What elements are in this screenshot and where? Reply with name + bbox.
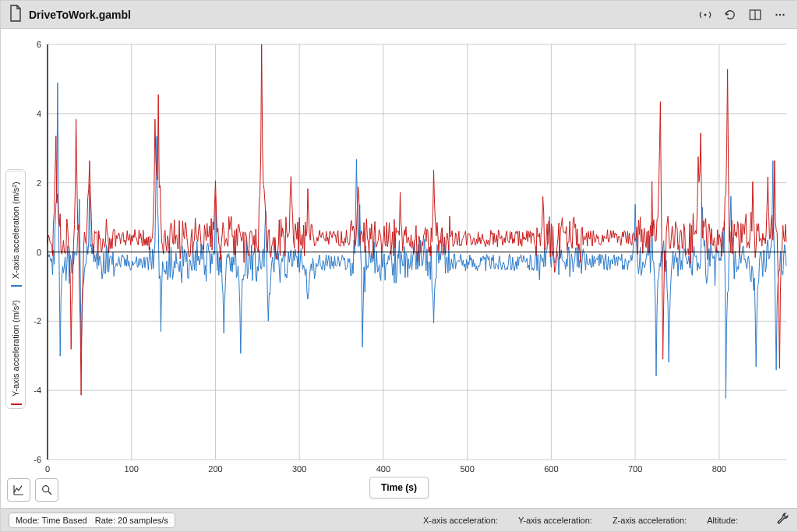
svg-text:4: 4 xyxy=(37,109,41,118)
readouts: X-axis acceleration: Y-axis acceleration… xyxy=(423,516,738,525)
legend-item-y[interactable]: Y-axis acceleration (m/s²) xyxy=(8,290,23,407)
svg-text:100: 100 xyxy=(125,464,139,474)
svg-text:800: 800 xyxy=(712,464,726,474)
svg-text:200: 200 xyxy=(208,464,222,474)
svg-line-41 xyxy=(48,491,51,495)
svg-text:2: 2 xyxy=(37,178,41,188)
legend-swatch-y xyxy=(11,403,22,405)
settings-wrench-icon[interactable] xyxy=(775,512,789,528)
legend-swatch-x xyxy=(11,285,22,287)
refresh-icon[interactable] xyxy=(721,5,740,24)
title-bar: DriveToWork.gambl xyxy=(1,1,797,29)
svg-text:-6: -6 xyxy=(34,455,41,464)
readout-x: X-axis acceleration: xyxy=(423,516,498,525)
svg-point-4 xyxy=(779,13,781,15)
more-icon[interactable] xyxy=(771,5,789,24)
svg-text:0: 0 xyxy=(37,248,41,257)
svg-point-0 xyxy=(704,13,707,16)
y-axis-legend[interactable]: X-axis acceleration (m/s²) Y-axis accele… xyxy=(5,169,26,409)
svg-text:6: 6 xyxy=(37,40,41,49)
svg-text:600: 600 xyxy=(544,464,558,474)
document-title: DriveToWork.gambl xyxy=(29,9,690,21)
x-axis-label-chip[interactable]: Time (s) xyxy=(369,477,429,499)
zoom-reset-button[interactable] xyxy=(35,478,58,502)
readout-z: Z-axis acceleration: xyxy=(613,516,687,525)
mode-label: Mode: Time Based xyxy=(16,516,87,525)
mode-rate-chip[interactable]: Mode: Time Based Rate: 20 samples/s xyxy=(9,513,175,528)
status-bar: Mode: Time Based Rate: 20 samples/s X-ax… xyxy=(1,508,797,531)
svg-point-40 xyxy=(43,486,49,492)
svg-point-3 xyxy=(775,13,777,15)
legend-item-x[interactable]: X-axis acceleration (m/s²) xyxy=(8,171,23,288)
svg-text:0: 0 xyxy=(45,464,50,474)
chart-area[interactable]: -6-4-202460100200300400500600700800 X-ax… xyxy=(1,29,797,508)
svg-text:-2: -2 xyxy=(34,316,41,326)
document-icon xyxy=(9,5,23,25)
svg-text:500: 500 xyxy=(460,464,474,474)
chart-tool-button[interactable] xyxy=(7,478,30,502)
readout-y: Y-axis acceleration: xyxy=(518,516,592,525)
chart-svg: -6-4-202460100200300400500600700800 xyxy=(1,29,797,508)
svg-text:400: 400 xyxy=(376,464,390,474)
legend-label: Y-axis acceleration (m/s²) xyxy=(11,300,20,396)
panels-icon[interactable] xyxy=(746,5,764,24)
svg-point-5 xyxy=(782,13,784,15)
legend-label: X-axis acceleration (m/s²) xyxy=(11,181,20,279)
readout-alt: Altitude: xyxy=(707,516,738,525)
live-icon[interactable] xyxy=(696,5,715,24)
svg-text:300: 300 xyxy=(292,464,306,474)
svg-text:-4: -4 xyxy=(34,386,41,395)
svg-text:700: 700 xyxy=(628,464,642,474)
rate-label: Rate: 20 samples/s xyxy=(95,516,168,525)
